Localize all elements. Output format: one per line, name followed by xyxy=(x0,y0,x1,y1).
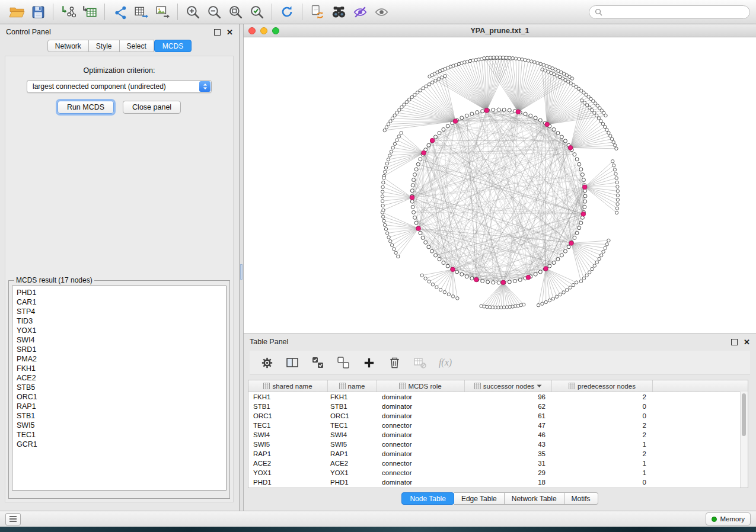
mcds-result-item[interactable]: YOX1 xyxy=(12,326,226,335)
mcds-result-item[interactable]: FKH1 xyxy=(12,364,226,373)
table-cell[interactable]: FKH1 xyxy=(328,393,377,400)
window-zoom-button[interactable] xyxy=(272,27,279,34)
table-cell[interactable]: TEC1 xyxy=(248,422,328,429)
mcds-close-panel-button[interactable]: Close panel xyxy=(123,101,181,114)
table-cell[interactable]: 2 xyxy=(552,422,653,429)
mcds-result-item[interactable]: TID3 xyxy=(12,316,226,326)
scrollbar-thumb[interactable] xyxy=(742,393,746,436)
mcds-result-item[interactable]: SWI4 xyxy=(12,335,226,345)
memory-button[interactable]: Memory xyxy=(706,512,751,525)
tab-select[interactable]: Select xyxy=(120,40,154,52)
column-header-name[interactable]: name xyxy=(328,380,377,392)
table-cell[interactable]: SWI5 xyxy=(248,441,328,448)
control-panel-float-icon[interactable] xyxy=(214,29,221,36)
table-cell[interactable]: STB1 xyxy=(248,403,328,410)
tab-edge-table[interactable]: Edge Table xyxy=(454,492,505,505)
table-cell[interactable]: ORC1 xyxy=(328,412,377,419)
table-cell[interactable]: 47 xyxy=(465,422,552,429)
open-session-button[interactable] xyxy=(6,2,27,21)
table-cell[interactable]: 31 xyxy=(465,460,552,467)
table-cell[interactable]: dominator xyxy=(377,403,465,410)
table-cell[interactable]: connector xyxy=(377,469,465,476)
table-cell[interactable]: 96 xyxy=(465,393,552,400)
panel-splitter[interactable] xyxy=(240,24,244,511)
table-cell[interactable]: 1 xyxy=(552,460,653,467)
table-cell[interactable]: TEC1 xyxy=(328,422,377,429)
mcds-result-item[interactable]: ACE2 xyxy=(12,373,226,383)
table-cell[interactable]: ORC1 xyxy=(248,412,328,419)
table-cell[interactable]: connector xyxy=(377,460,465,467)
table-cell[interactable]: FKH1 xyxy=(248,393,328,400)
table-cell[interactable]: PHD1 xyxy=(248,479,328,486)
mcds-result-item[interactable]: TEC1 xyxy=(12,430,226,440)
network-canvas[interactable] xyxy=(244,37,756,333)
run-mcds-button[interactable]: Run MCDS xyxy=(58,101,114,114)
mcds-result-item[interactable]: STB5 xyxy=(12,383,226,392)
table-cell[interactable]: dominator xyxy=(377,412,465,419)
table-cell[interactable]: PHD1 xyxy=(328,479,377,486)
create-column-button[interactable] xyxy=(361,355,377,370)
table-cell[interactable]: 0 xyxy=(552,412,653,419)
export-image-button[interactable] xyxy=(152,2,173,21)
table-row[interactable]: STB1STB1dominator620 xyxy=(248,402,748,411)
zoom-in-button[interactable] xyxy=(182,2,203,21)
table-row[interactable]: SWI5SWI5connector431 xyxy=(248,440,748,449)
search-field[interactable] xyxy=(589,5,750,19)
table-row[interactable]: FKH1FKH1dominator962 xyxy=(248,392,748,402)
function-builder-button[interactable]: f(x) xyxy=(438,355,453,370)
save-session-button[interactable] xyxy=(27,2,49,21)
mcds-result-list[interactable]: PHD1CAR1STP4TID3YOX1SWI4SRD1PMA2FKH1ACE2… xyxy=(12,286,227,491)
table-cell[interactable]: 29 xyxy=(465,469,552,476)
table-row[interactable]: ORC1ORC1dominator610 xyxy=(248,411,748,421)
table-cell[interactable]: 46 xyxy=(465,431,552,438)
table-cell[interactable]: 2 xyxy=(552,431,653,438)
window-close-button[interactable] xyxy=(248,27,256,34)
new-network-from-selection-button[interactable] xyxy=(307,2,328,21)
table-cell[interactable]: dominator xyxy=(377,393,465,400)
unselect-all-columns-button[interactable] xyxy=(336,355,351,370)
tab-node-table[interactable]: Node Table xyxy=(401,492,454,505)
table-row[interactable]: ACE2ACE2connector311 xyxy=(248,459,748,468)
table-cell[interactable]: STB1 xyxy=(328,403,377,410)
table-row[interactable]: PHD1PHD1dominator180 xyxy=(248,477,748,487)
mcds-result-item[interactable]: PHD1 xyxy=(12,288,226,297)
table-cell[interactable]: dominator xyxy=(377,431,465,438)
table-cell[interactable]: YOX1 xyxy=(328,469,377,476)
table-cell[interactable]: connector xyxy=(377,422,465,429)
network-window-titlebar[interactable]: YPA_prune.txt_1 xyxy=(244,24,756,37)
table-cell[interactable]: SWI4 xyxy=(328,431,377,438)
table-cell[interactable]: ACE2 xyxy=(328,460,377,467)
table-cell[interactable]: 1 xyxy=(552,441,653,448)
zoom-fit-button[interactable] xyxy=(225,2,246,21)
table-cell[interactable]: 0 xyxy=(552,479,653,486)
tab-network[interactable]: Network xyxy=(47,40,89,52)
hide-selected-button[interactable] xyxy=(349,2,371,21)
panel-selector-button[interactable] xyxy=(5,513,21,525)
table-cell[interactable]: 43 xyxy=(465,441,552,448)
first-neighbors-button[interactable] xyxy=(328,2,349,21)
mcds-result-item[interactable]: SWI5 xyxy=(12,421,226,430)
mcds-result-item[interactable]: SRD1 xyxy=(12,345,226,354)
mcds-result-item[interactable]: PMA2 xyxy=(12,354,226,364)
splitter-grip-icon[interactable] xyxy=(240,264,243,280)
delete-columns-button[interactable] xyxy=(387,355,402,370)
table-cell[interactable]: 61 xyxy=(465,412,552,419)
select-all-columns-button[interactable] xyxy=(310,355,326,370)
show-columns-button[interactable] xyxy=(285,355,300,370)
table-cell[interactable]: dominator xyxy=(377,479,465,486)
control-panel-close-icon[interactable]: ✕ xyxy=(227,28,233,36)
zoom-out-button[interactable] xyxy=(203,2,225,21)
show-all-button[interactable] xyxy=(371,2,392,21)
window-minimize-button[interactable] xyxy=(260,27,267,34)
table-cell[interactable]: 18 xyxy=(465,479,552,486)
table-cell[interactable]: SWI5 xyxy=(328,441,377,448)
column-header-mcds-role[interactable]: MCDS role xyxy=(377,380,465,392)
table-cell[interactable]: ACE2 xyxy=(248,460,328,467)
tab-style[interactable]: Style xyxy=(89,40,120,52)
table-scrollbar[interactable] xyxy=(740,392,748,488)
zoom-selected-button[interactable] xyxy=(246,2,267,21)
table-row[interactable]: SWI4SWI4dominator462 xyxy=(248,430,748,440)
refresh-button[interactable] xyxy=(276,2,298,21)
table-cell[interactable]: SWI4 xyxy=(248,431,328,438)
table-panel-close-icon[interactable]: ✕ xyxy=(744,338,750,346)
